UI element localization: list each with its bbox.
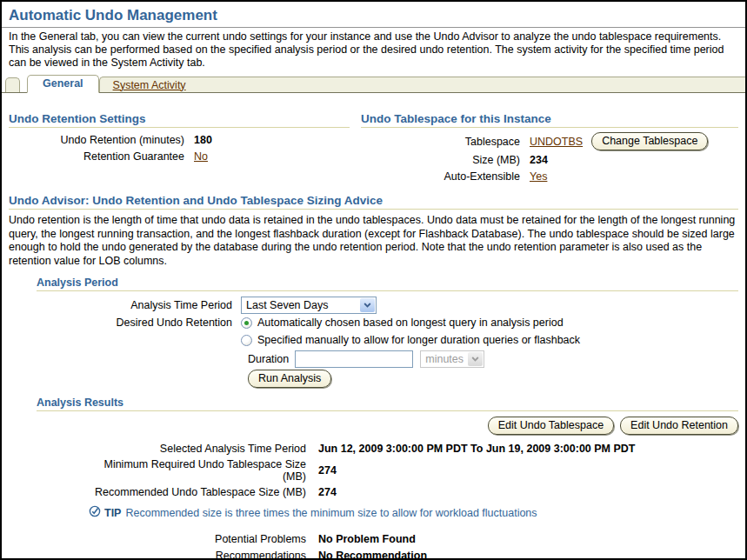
undo-retention-settings-heading: Undo Retention Settings — [9, 112, 350, 128]
tip-text: Recommended size is three times the mini… — [125, 507, 537, 519]
selected-period-label: Selected Analysis Time Period — [37, 443, 306, 455]
settings-overview: Undo Retention Settings Undo Retention (… — [9, 112, 738, 185]
tab-bar: General System Activity — [2, 72, 745, 93]
retention-guarantee-link[interactable]: No — [194, 150, 208, 163]
auto-extensible-label: Auto-Extensible — [361, 170, 520, 183]
problems-block: Potential Problems No Problem Found Reco… — [37, 532, 738, 560]
recommendations-row: Recommendations No Recommendation — [37, 549, 738, 560]
tab-strip: System Activity — [99, 77, 745, 92]
manual-retention-option-label: Specified manually to allow for longer d… — [257, 334, 580, 346]
tab-system-activity[interactable]: System Activity — [113, 79, 186, 91]
page-title: Automatic Undo Management — [9, 7, 738, 24]
auto-extensible-row: Auto-Extensible Yes — [361, 169, 738, 183]
size-row: Size (MB) 234 — [361, 152, 738, 167]
recommended-size-value: 274 — [318, 486, 337, 498]
tip-check-icon — [89, 505, 101, 520]
min-size-value: 274 — [318, 464, 337, 477]
change-tablespace-button[interactable]: Change Tablespace — [591, 132, 708, 150]
analysis-time-period-select[interactable]: Last Seven Days — [241, 297, 377, 314]
auto-retention-option-row: Desired Undo Retention Automatically cho… — [37, 316, 738, 330]
manual-retention-option-row: Specified manually to allow for longer d… — [37, 333, 738, 347]
tip-label: TIP — [104, 507, 121, 519]
tablespace-row: Tablespace UNDOTBS Change Tablespace — [361, 132, 738, 150]
run-analysis-button[interactable]: Run Analysis — [248, 370, 331, 388]
undo-advisor-section: Undo Advisor: Undo Retention and Undo Ta… — [9, 194, 738, 268]
selected-period-row: Selected Analysis Time Period Jun 12, 20… — [37, 442, 738, 456]
analysis-time-period-row: Analysis Time Period Last Seven Days — [37, 297, 738, 314]
analysis-time-period-value: Last Seven Days — [246, 299, 329, 311]
undo-retention-label: Undo Retention (minutes) — [9, 134, 184, 146]
duration-row: Duration minutes — [37, 350, 738, 368]
undo-advisor-description: Undo retention is the length of time tha… — [9, 214, 738, 268]
edit-undo-retention-button[interactable]: Edit Undo Retention — [620, 417, 738, 435]
chevron-down-icon — [360, 298, 375, 312]
tab-stub — [5, 77, 20, 92]
desired-undo-retention-label: Desired Undo Retention — [37, 317, 232, 329]
undo-advisor-heading: Undo Advisor: Undo Retention and Undo Ta… — [9, 194, 738, 210]
duration-label: Duration — [248, 353, 289, 365]
tip-row: TIP Recommended size is three times the … — [89, 505, 738, 520]
analysis-time-period-label: Analysis Time Period — [37, 299, 232, 311]
duration-unit-select[interactable]: minutes — [420, 350, 484, 368]
duration-unit-value: minutes — [425, 353, 464, 365]
undo-tablespace-section: Undo Tablespace for this Instance Tables… — [361, 112, 738, 185]
selected-period-value: Jun 12, 2009 3:00:00 PM PDT To Jun 19, 2… — [318, 443, 636, 455]
recommendations-value: No Recommendation — [318, 550, 427, 560]
results-actions: Edit Undo Tablespace Edit Undo Retention — [37, 417, 738, 435]
size-label: Size (MB) — [361, 154, 520, 166]
tablespace-link[interactable]: UNDOTBS — [530, 136, 583, 148]
undo-retention-value: 180 — [194, 134, 212, 146]
analysis-results-section: Analysis Results Edit Undo Tablespace Ed… — [37, 397, 738, 560]
undo-tablespace-heading: Undo Tablespace for this Instance — [361, 112, 738, 128]
recommended-size-label: Recommended Undo Tablespace Size (MB) — [37, 486, 306, 498]
auto-retention-radio[interactable] — [241, 317, 252, 329]
auto-extensible-link[interactable]: Yes — [530, 170, 547, 183]
potential-problems-label: Potential Problems — [37, 533, 306, 545]
intro-text: In the General tab, you can view the cur… — [9, 30, 738, 70]
edit-undo-tablespace-button[interactable]: Edit Undo Tablespace — [488, 417, 614, 435]
size-value: 234 — [530, 154, 548, 166]
analysis-results-heading: Analysis Results — [37, 397, 738, 411]
potential-problems-value: No Problem Found — [318, 533, 416, 545]
title-divider — [2, 27, 745, 28]
auto-retention-option-label: Automatically chosen based on longest qu… — [257, 317, 564, 329]
analysis-period-heading: Analysis Period — [37, 277, 738, 291]
retention-guarantee-row: Retention Guarantee No — [9, 149, 350, 163]
min-size-label: Minimum Required Undo Tablespace Size (M… — [78, 458, 306, 483]
duration-input[interactable] — [295, 350, 413, 368]
potential-problems-row: Potential Problems No Problem Found — [37, 532, 738, 546]
undo-retention-row: Undo Retention (minutes) 180 — [9, 132, 350, 147]
undo-retention-settings-section: Undo Retention Settings Undo Retention (… — [9, 112, 350, 185]
recommended-size-row: Recommended Undo Tablespace Size (MB) 27… — [37, 485, 738, 499]
manual-retention-radio[interactable] — [241, 335, 252, 346]
retention-guarantee-label: Retention Guarantee — [9, 150, 184, 163]
min-size-row: Minimum Required Undo Tablespace Size (M… — [37, 458, 738, 483]
recommendations-label: Recommendations — [37, 550, 306, 560]
tablespace-label: Tablespace — [361, 136, 520, 148]
analysis-period-section: Analysis Period Analysis Time Period Las… — [37, 277, 738, 388]
chevron-down-icon — [468, 352, 483, 366]
tab-general[interactable]: General — [27, 75, 99, 93]
run-analysis-row: Run Analysis — [37, 370, 738, 388]
